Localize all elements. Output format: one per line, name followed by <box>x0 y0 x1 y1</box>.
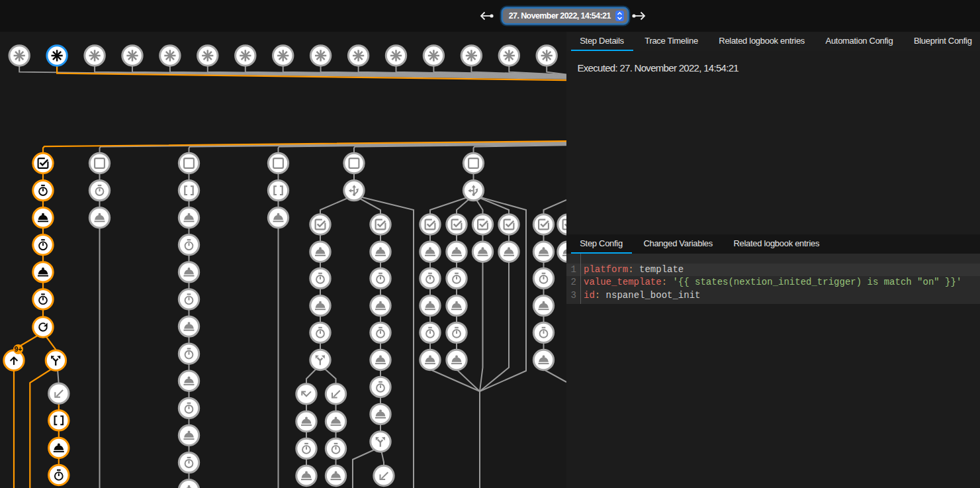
svg-text:9+: 9+ <box>15 345 22 353</box>
